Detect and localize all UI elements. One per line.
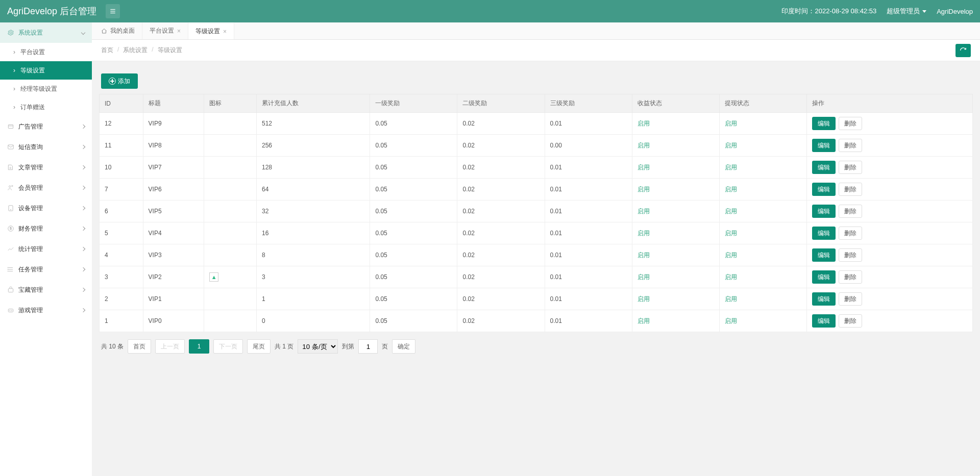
status-badge: 启用 bbox=[638, 295, 650, 303]
brand-label: AgriDevelop bbox=[937, 8, 973, 15]
cell: 启用 bbox=[719, 157, 806, 179]
cell: 0.01 bbox=[545, 201, 632, 222]
cell: 启用 bbox=[632, 244, 719, 266]
tabs-bar: 我的桌面平台设置×等级设置× bbox=[92, 22, 980, 40]
plus-icon bbox=[109, 78, 116, 85]
cell: 12 bbox=[100, 113, 143, 135]
sidebar-menu-会员管理[interactable]: 会员管理 bbox=[0, 178, 92, 198]
content: 添加 ID标题图标累计充值人数一级奖励二级奖励三级奖励收益状态提现状态操作 12… bbox=[92, 61, 980, 476]
tab-平台设置[interactable]: 平台设置× bbox=[142, 22, 188, 39]
pager-goto-input[interactable] bbox=[358, 339, 378, 354]
tab-我的桌面[interactable]: 我的桌面 bbox=[94, 22, 142, 39]
cell: 0.02 bbox=[457, 310, 545, 332]
pager-prev[interactable]: 上一页 bbox=[155, 339, 185, 354]
delete-button[interactable]: 删除 bbox=[839, 248, 862, 262]
menu-label: 设备管理 bbox=[18, 204, 43, 213]
delete-button[interactable]: 删除 bbox=[839, 227, 862, 240]
delete-button[interactable]: 删除 bbox=[839, 161, 862, 174]
pager-next[interactable]: 下一页 bbox=[213, 339, 243, 354]
menu-icon bbox=[7, 143, 14, 151]
cell: 0.02 bbox=[457, 244, 545, 266]
svg-point-23 bbox=[10, 310, 10, 311]
tab-等级设置[interactable]: 等级设置× bbox=[188, 22, 234, 39]
status-badge: 启用 bbox=[638, 120, 650, 127]
menu-icon bbox=[7, 307, 14, 314]
tab-close-icon[interactable]: × bbox=[223, 28, 227, 35]
edit-button[interactable]: 编辑 bbox=[812, 205, 836, 218]
sidebar-group-system[interactable]: 系统设置 bbox=[0, 22, 92, 43]
sidebar-menu-统计管理[interactable]: 统计管理 bbox=[0, 239, 92, 259]
edit-button[interactable]: 编辑 bbox=[812, 314, 836, 328]
sidebar-menu-宝藏管理[interactable]: 宝藏管理 bbox=[0, 280, 92, 300]
sidebar-menu-设备管理[interactable]: 设备管理 bbox=[0, 198, 92, 218]
cell: 0.01 bbox=[545, 113, 632, 135]
tab-close-icon[interactable]: × bbox=[177, 28, 181, 35]
edit-button[interactable]: 编辑 bbox=[812, 270, 836, 284]
crumb-首页[interactable]: 首页 bbox=[101, 46, 113, 55]
delete-button[interactable]: 删除 bbox=[839, 205, 862, 218]
cell: 0.05 bbox=[370, 266, 457, 288]
add-button[interactable]: 添加 bbox=[101, 73, 138, 89]
sidebar-menu-任务管理[interactable]: 任务管理 bbox=[0, 259, 92, 280]
sidebar-menu-短信查询[interactable]: 短信查询 bbox=[0, 137, 92, 157]
crumb-系统设置[interactable]: 系统设置 bbox=[123, 46, 148, 55]
user-menu[interactable]: 超级管理员 bbox=[887, 7, 926, 16]
sidebar-menu-广告管理[interactable]: 广告管理 bbox=[0, 116, 92, 137]
svg-rect-6 bbox=[8, 145, 14, 149]
cell: 3 bbox=[256, 266, 370, 288]
delete-button[interactable]: 删除 bbox=[839, 139, 862, 152]
cell: 0.02 bbox=[457, 266, 545, 288]
pager-last[interactable]: 尾页 bbox=[247, 339, 271, 354]
sidebar-item-经理等级设置[interactable]: 经理等级设置 bbox=[0, 80, 92, 98]
cell: VIP1 bbox=[143, 288, 204, 310]
edit-button[interactable]: 编辑 bbox=[812, 292, 836, 306]
cell: 启用 bbox=[632, 157, 719, 179]
cell: 0.02 bbox=[457, 288, 545, 310]
status-badge: 启用 bbox=[638, 208, 650, 215]
sidebar-menu-财务管理[interactable]: $财务管理 bbox=[0, 218, 92, 239]
sidebar-menu-游戏管理[interactable]: 游戏管理 bbox=[0, 300, 92, 320]
cell: 启用 bbox=[719, 244, 806, 266]
sidebar-item-平台设置[interactable]: 平台设置 bbox=[0, 43, 92, 61]
app-logo: AgriDevelop 后台管理 bbox=[7, 5, 96, 17]
edit-button[interactable]: 编辑 bbox=[812, 248, 836, 262]
col-一级奖励: 一级奖励 bbox=[370, 94, 457, 113]
cell bbox=[204, 288, 257, 310]
edit-button[interactable]: 编辑 bbox=[812, 139, 836, 152]
cell-actions: 编辑删除 bbox=[806, 310, 972, 332]
cell: VIP0 bbox=[143, 310, 204, 332]
header-left: AgriDevelop 后台管理 bbox=[7, 4, 120, 18]
cell: 0.05 bbox=[370, 135, 457, 157]
cell: 512 bbox=[256, 113, 370, 135]
delete-button[interactable]: 删除 bbox=[839, 183, 862, 196]
cell bbox=[204, 201, 257, 222]
add-button-label: 添加 bbox=[118, 77, 130, 86]
sidebar-toggle-button[interactable] bbox=[106, 4, 120, 18]
menu-label: 广告管理 bbox=[18, 122, 43, 131]
edit-button[interactable]: 编辑 bbox=[812, 183, 836, 196]
status-badge: 启用 bbox=[725, 164, 737, 171]
edit-button[interactable]: 编辑 bbox=[812, 117, 836, 130]
sidebar-item-等级设置[interactable]: 等级设置 bbox=[0, 61, 92, 80]
pager-confirm[interactable]: 确定 bbox=[392, 339, 415, 354]
gear-icon bbox=[7, 29, 14, 36]
pager-page-1[interactable]: 1 bbox=[189, 339, 209, 354]
delete-button[interactable]: 删除 bbox=[839, 314, 862, 328]
refresh-button[interactable] bbox=[955, 44, 971, 57]
menu-label: 游戏管理 bbox=[18, 306, 43, 315]
cell: 0.01 bbox=[545, 266, 632, 288]
delete-button[interactable]: 删除 bbox=[839, 117, 862, 130]
tab-label: 平台设置 bbox=[150, 27, 174, 35]
edit-button[interactable]: 编辑 bbox=[812, 161, 836, 174]
cell-actions: 编辑删除 bbox=[806, 244, 972, 266]
sidebar-item-订单赠送[interactable]: 订单赠送 bbox=[0, 98, 92, 116]
pager-first[interactable]: 首页 bbox=[128, 339, 151, 354]
crumb-等级设置: 等级设置 bbox=[158, 46, 182, 55]
sidebar-menu-文章管理[interactable]: 文章管理 bbox=[0, 157, 92, 178]
delete-button[interactable]: 删除 bbox=[839, 292, 862, 306]
menu-label: 财务管理 bbox=[18, 224, 43, 233]
edit-button[interactable]: 编辑 bbox=[812, 227, 836, 240]
delete-button[interactable]: 删除 bbox=[839, 270, 862, 284]
svg-rect-4 bbox=[8, 125, 13, 129]
page-size-select[interactable]: 10 条/页 bbox=[298, 339, 338, 354]
